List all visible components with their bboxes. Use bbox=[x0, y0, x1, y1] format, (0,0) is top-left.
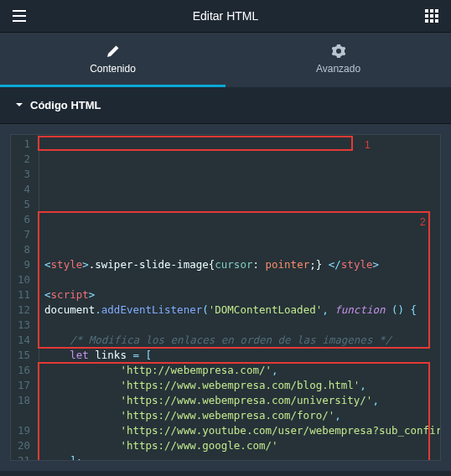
svg-rect-3 bbox=[425, 14, 428, 18]
section-header[interactable]: Código HTML bbox=[0, 87, 451, 124]
svg-rect-4 bbox=[430, 14, 433, 18]
line-number: 8 bbox=[18, 242, 30, 257]
chevron-down-icon bbox=[15, 99, 23, 111]
svg-rect-8 bbox=[435, 19, 438, 23]
tab-advanced[interactable]: Avanzado bbox=[226, 33, 451, 87]
code-line: 'https://www.youtube.com/user/webempresa… bbox=[44, 423, 441, 438]
line-number: 2 bbox=[18, 152, 30, 167]
line-number: 12 bbox=[18, 303, 30, 318]
gear-icon bbox=[332, 44, 345, 58]
menu-icon[interactable] bbox=[12, 8, 27, 23]
line-number: 10 bbox=[18, 272, 30, 287]
line-gutter: 1234567891011121314151617181920212223242… bbox=[11, 135, 39, 460]
line-number: 7 bbox=[18, 227, 30, 242]
svg-rect-5 bbox=[435, 14, 438, 18]
svg-rect-0 bbox=[425, 9, 428, 13]
code-line: 'http://webempresa.com/', bbox=[44, 363, 441, 378]
code-editor[interactable]: 1234567891011121314151617181920212223242… bbox=[10, 134, 441, 461]
line-number: 13 bbox=[18, 318, 30, 333]
annotation-label-2: 2 bbox=[420, 215, 426, 230]
svg-rect-1 bbox=[430, 9, 433, 13]
section-title: Código HTML bbox=[30, 99, 101, 111]
line-number: 3 bbox=[18, 167, 30, 182]
svg-rect-2 bbox=[435, 9, 438, 13]
editor-container: 1234567891011121314151617181920212223242… bbox=[0, 124, 451, 471]
code-line bbox=[44, 272, 441, 287]
code-area[interactable]: 1 2 3 <style>.swiper-slide-image{cursor:… bbox=[39, 135, 441, 460]
line-number: 14 bbox=[18, 333, 30, 348]
titlebar: Editar HTML bbox=[0, 0, 451, 33]
code-line: document.addEventListener('DOMContentLoa… bbox=[44, 303, 441, 318]
code-line: <style>.swiper-slide-image{cursor: point… bbox=[44, 257, 441, 272]
tab-content[interactable]: Contenido bbox=[0, 33, 226, 87]
line-number: 4 bbox=[18, 182, 30, 197]
line-number: 20 bbox=[18, 438, 30, 453]
line-number: 15 bbox=[18, 348, 30, 363]
svg-rect-7 bbox=[430, 19, 433, 23]
window-title: Editar HTML bbox=[27, 9, 424, 23]
tab-advanced-label: Avanzado bbox=[316, 63, 360, 75]
svg-rect-6 bbox=[425, 19, 428, 23]
apps-icon[interactable] bbox=[424, 8, 439, 23]
line-number: 19 bbox=[18, 423, 30, 438]
code-line: /* Modifica los enlaces en orden de las … bbox=[44, 333, 441, 348]
code-line: 'https://www.google.com/' bbox=[44, 438, 441, 453]
tab-content-label: Contenido bbox=[90, 63, 136, 75]
code-line: ]; bbox=[44, 453, 441, 461]
line-number: 5 bbox=[18, 197, 30, 212]
line-number: 9 bbox=[18, 257, 30, 272]
line-number: 21 bbox=[18, 453, 30, 461]
line-number: 11 bbox=[18, 287, 30, 303]
line-number: 18 bbox=[18, 393, 30, 408]
annotation-label-1: 1 bbox=[365, 137, 371, 153]
line-number: 6 bbox=[18, 212, 30, 227]
code-line: 'https://www.webempresa.com/university/'… bbox=[44, 393, 441, 408]
line-number: 17 bbox=[18, 378, 30, 393]
code-line bbox=[44, 318, 441, 333]
code-line: 'https://www.webempresa.com/blog.html', bbox=[44, 378, 441, 393]
line-number bbox=[18, 408, 30, 423]
pencil-icon bbox=[106, 44, 120, 58]
line-number: 1 bbox=[18, 137, 30, 152]
annotation-box-1 bbox=[38, 136, 353, 151]
line-number: 16 bbox=[18, 363, 30, 378]
code-line: <script> bbox=[44, 287, 441, 303]
tabs: Contenido Avanzado bbox=[0, 33, 451, 87]
code-line: let links = [ bbox=[44, 348, 441, 363]
code-line: 'https://www.webempresa.com/foro/', bbox=[44, 408, 441, 423]
